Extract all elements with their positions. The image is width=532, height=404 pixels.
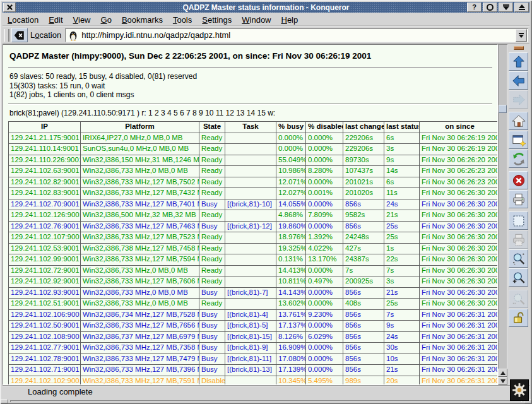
- url-dropdown-button[interactable]: [516, 29, 527, 42]
- reload-button[interactable]: [509, 150, 528, 168]
- cell-task: [225, 210, 276, 222]
- cell-ip: 129.241.102.72:9001: [9, 265, 81, 276]
- select-button[interactable]: [509, 211, 528, 230]
- cell-on_since: Fri Nov 30 06:26:31 2001: [420, 365, 499, 376]
- cell-busy: 10.986%: [276, 166, 306, 177]
- menu-settings[interactable]: Settings: [197, 14, 237, 26]
- cell-last_status: 22s: [384, 254, 420, 266]
- table-row: 129.241.102.93:9001Win32,i386,733 MHz,0 …: [9, 287, 499, 299]
- iconify-window-button[interactable]: [499, 3, 513, 12]
- resize-groove[interactable]: [10, 400, 522, 402]
- cell-task: [(brick,81)-10]: [225, 199, 276, 210]
- menu-view[interactable]: View: [68, 14, 96, 26]
- table-row: 129.241.102.50:9001Win32,i386,733 MHz,12…: [9, 321, 499, 332]
- menu-help[interactable]: Help: [276, 14, 304, 26]
- cell-state: Ready: [199, 166, 225, 177]
- vertical-scrollbar[interactable]: [498, 44, 507, 385]
- cell-disabled: 8.280%: [306, 166, 343, 177]
- url-input[interactable]: [81, 30, 515, 40]
- cell-platform: SunOS,sun4u,0 MHz,0 MB,0 MB: [81, 144, 199, 155]
- column-header: last status: [384, 121, 420, 133]
- scroll-down-button[interactable]: [498, 377, 507, 385]
- cell-disabled: 0.497%: [306, 276, 343, 288]
- cell-disabled: 9.230%: [306, 309, 343, 321]
- cell-last_change: 856s: [343, 221, 384, 232]
- cell-task: [225, 166, 276, 177]
- cell-disabled: 0.001%: [306, 188, 343, 199]
- cell-last_status: 21s: [384, 365, 420, 376]
- cell-state: Ready: [199, 210, 225, 222]
- cell-busy: 14.143%: [276, 287, 306, 299]
- cell-task: [(brick,81)-7]: [225, 287, 276, 299]
- sticky-window-button[interactable]: [483, 3, 497, 12]
- menu-window[interactable]: Window: [237, 14, 276, 26]
- cell-disabled: 0.000%: [306, 299, 343, 310]
- cell-task: [(brick,81)-9]: [225, 343, 276, 354]
- slaves-summary: 69 slaves: 50 ready, 15 busy, 4 disabled…: [9, 72, 492, 81]
- up-button[interactable]: [509, 52, 528, 71]
- back-button[interactable]: [509, 71, 528, 90]
- table-row: 129.241.102.107:9001Win32,i386,733 MHz,1…: [9, 232, 499, 244]
- cell-disabled: 0.000%: [306, 133, 343, 144]
- menu-location[interactable]: Location: [3, 14, 44, 26]
- zoom-in-button[interactable]: [509, 268, 528, 287]
- divider: [8, 67, 492, 68]
- cell-last_status: 20s: [384, 376, 420, 385]
- menu-bookmarks[interactable]: Bookmarks: [117, 14, 168, 26]
- help-window-button[interactable]: ?: [467, 3, 482, 12]
- find-button[interactable]: [509, 249, 528, 268]
- cell-state: Busy: [199, 199, 225, 210]
- cell-ip: 129.241.102.93:9001: [9, 287, 81, 299]
- toolbar-handle[interactable]: [514, 46, 524, 50]
- scrollbar-thumb[interactable]: [499, 105, 507, 113]
- scroll-up-button[interactable]: [498, 369, 507, 377]
- cell-last_status: 9s: [384, 321, 420, 332]
- maximize-window-button[interactable]: [514, 3, 529, 12]
- cell-disabled: 0.000%: [306, 354, 343, 365]
- titlebar[interactable]: QADPZ Master status information - Konque…: [3, 2, 529, 13]
- circle-icon: [487, 4, 494, 11]
- cell-disabled: 6.029%: [306, 331, 343, 343]
- cell-last_status: 25s: [384, 232, 420, 244]
- cell-ip: 129.241.102.53:9001: [9, 243, 81, 254]
- menu-go[interactable]: Go: [96, 14, 117, 26]
- table-row: 129.241.102.76:9001Win32,i386,733 MHz,12…: [9, 221, 499, 232]
- cell-task: [225, 265, 276, 276]
- cell-state: Ready: [199, 254, 225, 266]
- menu-tools[interactable]: Tools: [168, 14, 197, 26]
- cell-last_status: 21s: [384, 210, 420, 222]
- client-status-line: brick(81;pavel) (129.241.110.50:9171 ) r…: [9, 109, 492, 117]
- new-window-button[interactable]: [509, 131, 528, 149]
- cell-platform: Win32,i386,737 MHz,127 MB,6979 MB: [81, 331, 199, 343]
- cell-last_change: 24248s: [343, 232, 384, 244]
- column-header: % disabled: [306, 121, 343, 133]
- table-row: 129.241.102.78:9001Win32,i386,733 MHz,12…: [9, 354, 499, 365]
- clear-location-button[interactable]: [11, 28, 28, 42]
- cell-busy: 12.071%: [276, 177, 306, 188]
- statusbar: Loading complete: [3, 385, 529, 398]
- cell-platform: Win32,i386,733 MHz,127 MB,7432 MB: [81, 188, 199, 199]
- zoom-out-icon: [512, 292, 526, 306]
- cell-last_status: 3s: [384, 276, 420, 288]
- print-button[interactable]: [509, 190, 528, 208]
- forward-icon: [512, 93, 526, 107]
- table-row: 129.241.102.72:9001Win32,i386,733 MHz,0 …: [9, 265, 499, 276]
- cell-task: [225, 144, 276, 155]
- cell-platform: Win32,i386,733 MHz,127 MB,7358 MB: [81, 343, 199, 354]
- cell-last_status: 14s: [384, 166, 420, 177]
- toolbar-handle[interactable]: [4, 29, 9, 42]
- resize-grip-left[interactable]: [1, 399, 8, 403]
- cell-on_since: Fri Nov 30 06:26:23 2001: [420, 166, 499, 177]
- cell-busy: 12.027%: [276, 188, 306, 199]
- cell-on_since: Fri Nov 30 06:26:30 2001: [420, 265, 499, 276]
- cell-last_status: 24s: [384, 199, 420, 210]
- tasks-summary: 15(303) tasks: 15 run, 0 wait: [9, 81, 492, 91]
- security-button[interactable]: [509, 309, 528, 327]
- home-button[interactable]: [509, 112, 528, 130]
- menu-edit[interactable]: Edit: [44, 14, 68, 26]
- stop-button[interactable]: [509, 171, 528, 189]
- find-icon: [512, 252, 526, 266]
- cell-on_since: Fri Nov 30 06:26:31 2001: [420, 354, 499, 365]
- window-menu-button[interactable]: [3, 3, 16, 12]
- new-window-icon: [512, 133, 526, 147]
